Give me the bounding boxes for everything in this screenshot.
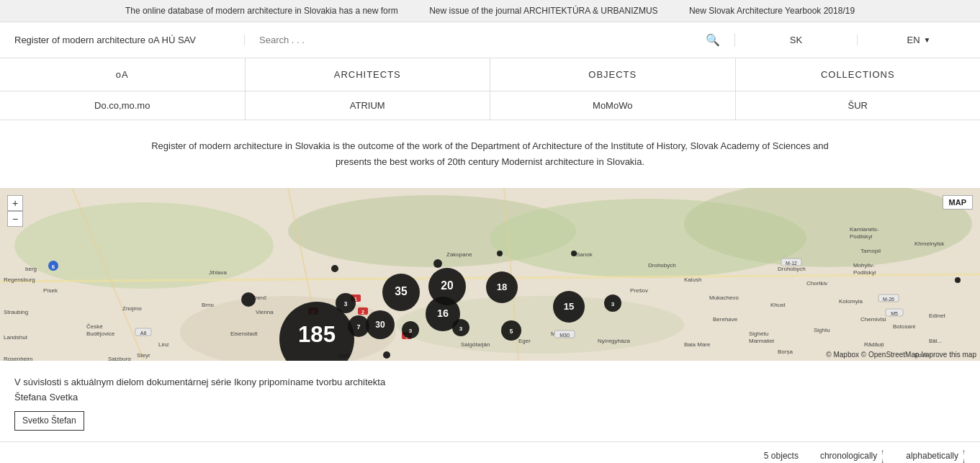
svg-text:3: 3 bbox=[459, 325, 463, 332]
map-container[interactable]: 1 2 2 1 berg Regensburg Straubing Landsh… bbox=[0, 188, 980, 361]
svg-text:35: 35 bbox=[395, 285, 408, 297]
search-bar[interactable]: 🔍 bbox=[245, 33, 735, 47]
svg-point-82 bbox=[331, 265, 338, 272]
zoom-out-button[interactable]: − bbox=[7, 211, 23, 227]
main-nav: oA ARCHITECTS OBJECTS COLLECTIONS bbox=[0, 58, 980, 91]
site-logo[interactable]: Register of modern architecture oA HÚ SA… bbox=[0, 35, 245, 45]
svg-text:3: 3 bbox=[409, 328, 413, 334]
svg-text:3: 3 bbox=[611, 301, 615, 307]
svg-text:16: 16 bbox=[437, 307, 449, 319]
subnav-item-momowo[interactable]: MoMoWo bbox=[490, 91, 736, 120]
nav-item-oa[interactable]: oA bbox=[0, 58, 246, 91]
sort-down-arrow: ↓ bbox=[881, 457, 884, 463]
sort-chronologically-label: chronologically bbox=[820, 451, 877, 461]
map-zoom-controls: + − bbox=[7, 195, 23, 227]
svg-text:3: 3 bbox=[344, 300, 348, 307]
svg-text:5: 5 bbox=[510, 328, 513, 335]
sort-alphabetically-arrows: ↑ ↓ bbox=[962, 448, 966, 463]
svg-text:185: 185 bbox=[298, 322, 336, 347]
search-input[interactable] bbox=[259, 35, 698, 45]
header: Register of modern architecture oA HÚ SA… bbox=[0, 22, 980, 58]
svg-point-85 bbox=[571, 251, 577, 256]
subnav-item-sur[interactable]: ŠUR bbox=[736, 91, 981, 120]
banner-item-3: New Slovak Architecture Yearbook 2018/19 bbox=[689, 6, 855, 16]
map-toggle-label[interactable]: MAP bbox=[943, 195, 973, 210]
footer-section: V súvislosti s aktuálnym dielom dokument… bbox=[0, 361, 980, 438]
sort-chronologically[interactable]: chronologically ↑ ↓ bbox=[820, 448, 884, 463]
svg-point-84 bbox=[497, 251, 503, 256]
objects-count: 5 objects bbox=[764, 451, 799, 461]
description-text: Register of modern architecture in Slova… bbox=[0, 120, 980, 188]
map-clusters: 352018316153730335185 bbox=[0, 188, 980, 361]
nav-item-architects[interactable]: ARCHITECTS bbox=[246, 58, 491, 91]
search-icon: 🔍 bbox=[706, 33, 720, 47]
language-sk[interactable]: SK bbox=[735, 35, 858, 45]
subnav-item-atrium[interactable]: ATRIUM bbox=[246, 91, 491, 120]
sort-alpha-up-arrow: ↑ bbox=[962, 448, 966, 456]
svg-point-112 bbox=[955, 277, 961, 283]
svg-text:15: 15 bbox=[564, 301, 575, 312]
sort-alphabetically-label: alphabetically bbox=[906, 451, 958, 461]
svg-point-81 bbox=[241, 292, 256, 307]
bottom-bar: 5 objects chronologically ↑ ↓ alphabetic… bbox=[0, 441, 980, 463]
sort-alpha-down-arrow: ↓ bbox=[962, 457, 966, 463]
nav-item-collections[interactable]: COLLECTIONS bbox=[736, 58, 981, 91]
top-banner: The online database of modern architectu… bbox=[0, 0, 980, 22]
zoom-in-button[interactable]: + bbox=[7, 195, 23, 211]
svg-text:7: 7 bbox=[356, 323, 360, 331]
svg-text:18: 18 bbox=[497, 282, 508, 292]
svg-point-113 bbox=[383, 351, 390, 359]
banner-item-2: New issue of the journal ARCHITEKTÚRA & … bbox=[429, 6, 657, 16]
sort-alphabetically[interactable]: alphabetically ↑ ↓ bbox=[906, 448, 966, 463]
footer-tag[interactable]: Svetko Štefan bbox=[14, 411, 84, 431]
sort-up-arrow: ↑ bbox=[881, 448, 884, 456]
map-attribution: © Mapbox © OpenStreetMap Improve this ma… bbox=[826, 351, 976, 359]
banner-item-1: The online database of modern architectu… bbox=[125, 6, 398, 16]
subnav-item-docomomo[interactable]: Do.co,mo.mo bbox=[0, 91, 246, 120]
footer-text-line2: Štefana Svetka bbox=[14, 390, 966, 405]
chevron-down-icon: ▼ bbox=[924, 36, 931, 44]
language-en[interactable]: EN ▼ bbox=[858, 35, 980, 45]
sort-chronologically-arrows: ↑ ↓ bbox=[881, 448, 884, 463]
svg-point-83 bbox=[433, 259, 442, 268]
svg-text:20: 20 bbox=[441, 279, 454, 292]
svg-text:30: 30 bbox=[375, 320, 385, 330]
nav-item-objects[interactable]: OBJECTS bbox=[490, 58, 736, 91]
sub-nav: Do.co,mo.mo ATRIUM MoMoWo ŠUR bbox=[0, 91, 980, 120]
footer-text-line1: V súvislosti s aktuálnym dielom dokument… bbox=[14, 375, 966, 390]
